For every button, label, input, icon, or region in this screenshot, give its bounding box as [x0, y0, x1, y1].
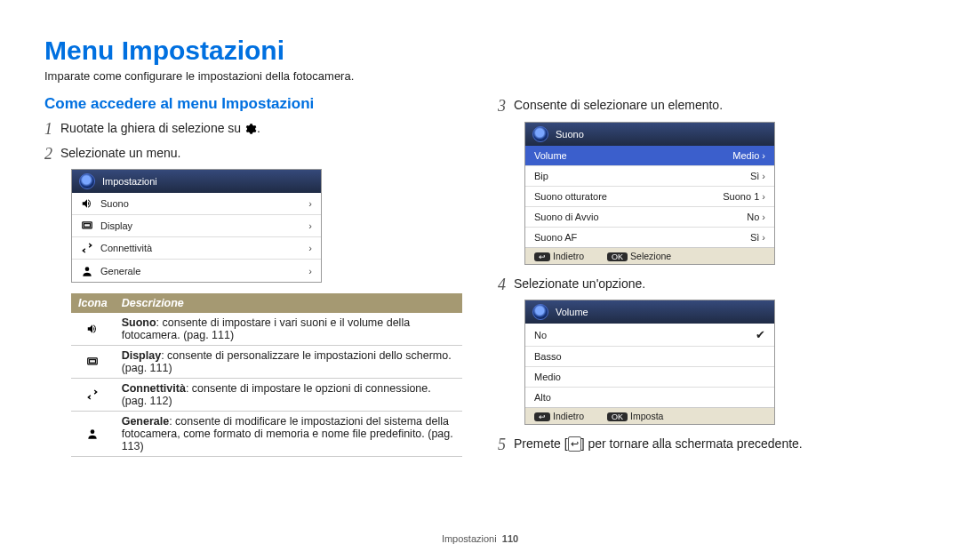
menu-row-label: Bip: [534, 171, 548, 181]
ok-icon: OK: [607, 252, 628, 261]
menu-row[interactable]: Generale›: [72, 260, 321, 281]
menu-row-label: Suono AF: [534, 232, 577, 243]
svg-point-2: [85, 267, 90, 271]
step-number: 4: [498, 276, 514, 295]
menu-row[interactable]: Medio: [525, 367, 774, 388]
ok-icon: OK: [607, 412, 628, 421]
step-5: 5 Premete [↩] per tornare alla schermata…: [498, 436, 916, 455]
menu-row-value: Sì ›: [750, 232, 765, 243]
menu-row[interactable]: Basso: [525, 347, 774, 367]
footer-ok-label: Selezione: [630, 251, 671, 261]
step-number: 3: [498, 97, 514, 116]
dial-icon: [532, 304, 548, 320]
footer-back-label: Indietro: [553, 411, 584, 421]
step-1: 1 Ruotate la ghiera di selezione su .: [44, 120, 462, 140]
menu-screenshot-3: Volume No✔BassoMedioAlto ↩Indietro OKImp…: [524, 300, 775, 425]
footer-section: Impostazioni: [442, 533, 497, 544]
menu-row-value: Sì ›: [750, 171, 765, 181]
menu-row[interactable]: BipSì ›: [525, 166, 774, 187]
table-row: Suono: consente di impostare i vari suon…: [71, 313, 462, 346]
menu-row[interactable]: Suono di AvvioNo ›: [525, 207, 774, 228]
display-icon: [71, 345, 115, 378]
table-row: Display: consente di personalizzare le i…: [71, 345, 462, 378]
menu-row[interactable]: No✔: [525, 324, 774, 347]
table-cell-desc: Display: consente di personalizzare le i…: [115, 345, 462, 378]
display-icon: [81, 220, 93, 232]
menu-header: Impostazioni: [72, 170, 321, 193]
section-heading: Come accedere al menu Impostazioni: [44, 95, 462, 113]
menu-row-label: Suono: [100, 198, 129, 209]
menu-header-title: Volume: [556, 307, 588, 317]
swap-icon: [81, 242, 93, 254]
step-text: Selezionate un menu.: [60, 145, 180, 162]
step-number: 1: [44, 120, 60, 140]
menu-row-label: Medio: [534, 372, 561, 382]
menu-row-label: Suono di Avvio: [534, 212, 599, 222]
menu-row[interactable]: Suono otturatoreSuono 1 ›: [525, 187, 774, 207]
menu-row[interactable]: Suono›: [72, 193, 321, 215]
dial-icon: [532, 126, 548, 142]
footer-back-label: Indietro: [553, 251, 584, 261]
menu-row[interactable]: VolumeMedio ›: [525, 146, 774, 166]
menu-row[interactable]: Suono AFSì ›: [525, 228, 774, 247]
step-text: Premete [↩] per tornare alla schermata p…: [514, 436, 803, 452]
back-icon: ↩: [534, 252, 550, 261]
step-text: Ruotate la ghiera di selezione su .: [60, 120, 260, 137]
menu-screenshot-1: Impostazioni Suono›Display›Connettività›…: [71, 169, 322, 282]
svg-rect-1: [84, 224, 91, 228]
step-number: 2: [44, 145, 60, 164]
back-icon: ↩: [534, 412, 550, 421]
menu-row-label: Volume: [534, 150, 567, 161]
chevron-right-icon: ›: [308, 198, 312, 209]
menu-row-label: Generale: [100, 266, 140, 276]
menu-row-label: Alto: [534, 392, 551, 403]
page-title: Menu Impostazioni: [44, 36, 916, 66]
menu-header: Volume: [525, 300, 774, 324]
menu-screenshot-2: Suono VolumeMedio ›BipSì ›Suono otturato…: [524, 122, 775, 265]
menu-row[interactable]: Connettività›: [72, 237, 321, 260]
menu-row-label: No: [534, 330, 547, 340]
step-3: 3 Consente di selezionare un elemento.: [498, 97, 916, 116]
table-row: Generale: consente di modificare le impo…: [71, 411, 462, 456]
menu-header: Suono: [525, 123, 774, 146]
table-header-icon: Icona: [71, 293, 115, 313]
menu-row[interactable]: Display›: [72, 215, 321, 237]
step-4: 4 Selezionate un'opzione.: [498, 276, 916, 295]
table-cell-desc: Connettività: consente di impostare le o…: [115, 378, 462, 411]
table-row: Connettività: consente di impostare le o…: [71, 378, 462, 411]
footer-ok-label: Imposta: [630, 411, 663, 421]
chevron-right-icon: ›: [762, 232, 765, 243]
menu-header-title: Impostazioni: [102, 176, 157, 187]
speaker-icon: [71, 313, 115, 346]
dial-icon: [79, 173, 95, 189]
chevron-right-icon: ›: [762, 191, 765, 202]
menu-header-title: Suono: [556, 129, 584, 140]
chevron-right-icon: ›: [308, 220, 312, 231]
table-cell-desc: Suono: consente di impostare i vari suon…: [115, 313, 462, 346]
step-text: Selezionate un'opzione.: [514, 276, 645, 292]
step-number: 5: [498, 436, 514, 455]
menu-row-label: Connettività: [100, 243, 152, 253]
menu-footer: ↩Indietro OKSelezione: [525, 247, 774, 264]
table-cell-desc: Generale: consente di modificare le impo…: [115, 411, 462, 456]
person-icon: [81, 264, 93, 276]
person-icon: [71, 411, 115, 456]
svg-rect-4: [90, 360, 96, 364]
step-2: 2 Selezionate un menu.: [44, 145, 462, 164]
right-column: 3 Consente di selezionare un elemento. S…: [498, 95, 916, 460]
menu-row[interactable]: Alto: [525, 388, 774, 407]
menu-row-value: Suono 1 ›: [723, 191, 765, 202]
gear-icon: [244, 123, 257, 135]
intro-text: Imparate come configurare le impostazion…: [44, 69, 916, 83]
description-table: Icona Descrizione Suono: consente di imp…: [71, 293, 462, 457]
menu-row-value: Medio ›: [732, 150, 765, 161]
chevron-right-icon: ›: [762, 212, 765, 222]
swap-icon: [71, 378, 115, 411]
speaker-icon: [81, 197, 93, 210]
chevron-right-icon: ›: [308, 266, 312, 276]
chevron-right-icon: ›: [308, 243, 312, 253]
chevron-right-icon: ›: [762, 171, 765, 181]
svg-point-5: [91, 430, 95, 435]
menu-row-value: No ›: [747, 212, 765, 222]
step-text: Consente di selezionare un elemento.: [514, 97, 723, 114]
